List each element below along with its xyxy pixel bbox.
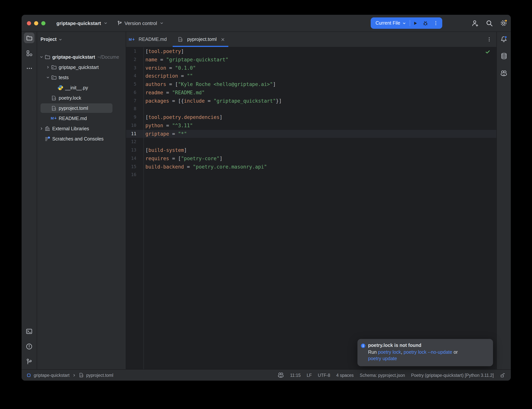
notifications-button[interactable] xyxy=(498,34,509,44)
folder-dot-icon xyxy=(51,74,57,81)
tree-item-poetry-lock[interactable]: [T]poetry.lock xyxy=(37,93,126,103)
line-text: description = "" xyxy=(144,72,193,81)
run-button[interactable] xyxy=(410,18,420,28)
line-number[interactable]: 12 xyxy=(126,138,144,146)
problems-icon xyxy=(26,343,33,350)
line-separator[interactable]: LF xyxy=(307,373,312,377)
terminal-tool-button[interactable] xyxy=(24,326,35,337)
left-tool-stripe xyxy=(22,32,37,369)
tree-item-griptape-quickstart[interactable]: griptape_quickstart xyxy=(37,62,126,72)
project-tool-button[interactable] xyxy=(24,33,35,43)
line-number[interactable]: 1 xyxy=(126,47,144,56)
json-schema[interactable]: Schema: pyproject.json xyxy=(360,373,405,377)
breadcrumb-project[interactable]: griptape-quickstart xyxy=(34,373,70,377)
structure-tool-button[interactable] xyxy=(24,48,35,58)
code-line-9[interactable]: 9[tool.poetry.dependencies] xyxy=(126,113,496,121)
zoom-window-button[interactable] xyxy=(41,21,46,25)
line-number[interactable]: 13 xyxy=(126,146,144,155)
poetry-update-link[interactable]: poetry update xyxy=(368,356,397,361)
code-line-15[interactable]: 15build-backend = "poetry.core.masonry.a… xyxy=(126,163,496,171)
more-actions-button[interactable] xyxy=(431,18,441,28)
tree-item-readme-md[interactable]: MREADME.md xyxy=(37,113,126,123)
chevron-down-icon[interactable] xyxy=(402,21,406,25)
tree-item-pyproject-toml[interactable]: [T]pyproject.toml xyxy=(37,103,126,113)
python-interpreter[interactable]: Poetry (griptape-quickstart) [Python 3.1… xyxy=(411,373,494,377)
indent-style[interactable]: 4 spaces xyxy=(336,373,354,377)
code-line-6[interactable]: 6readme = "README.md" xyxy=(126,89,496,97)
code-line-3[interactable]: 3version = "0.1.0" xyxy=(126,64,496,72)
code-line-12[interactable]: 12 xyxy=(126,138,496,146)
breadcrumb-file[interactable]: pyproject.toml xyxy=(86,373,113,377)
project-panel-header[interactable]: Project xyxy=(37,32,126,47)
inspections-check-icon[interactable] xyxy=(485,49,490,55)
tab-readme[interactable]: M README.md xyxy=(126,32,173,47)
line-number[interactable]: 11 xyxy=(126,130,144,138)
code-line-4[interactable]: 4description = "" xyxy=(126,72,496,81)
folder-dot-icon xyxy=(51,64,57,70)
title-bar-actions xyxy=(471,15,508,31)
tree-item-label: tests xyxy=(59,75,69,80)
tree-item-label: poetry.lock xyxy=(59,95,81,101)
database-button[interactable] xyxy=(498,51,509,61)
user-add-icon[interactable] xyxy=(471,19,479,27)
line-number[interactable]: 2 xyxy=(126,56,144,64)
code-line-13[interactable]: 13[build-system] xyxy=(126,146,496,155)
ai-assistant-button[interactable] xyxy=(498,68,509,78)
code-editor[interactable]: 1[tool.poetry]2name = "griptape-quicksta… xyxy=(126,47,496,369)
tree-item-external-libraries[interactable]: External Libraries xyxy=(37,123,126,134)
code-line-2[interactable]: 2name = "griptape-quickstart" xyxy=(126,56,496,64)
github-copilot-icon[interactable] xyxy=(277,372,284,378)
file-encoding[interactable]: UTF-8 xyxy=(318,373,330,377)
code-line-14[interactable]: 14requires = ["poetry-core"] xyxy=(126,155,496,163)
code-line-5[interactable]: 5authors = ["Kyle Roche <hello@griptape.… xyxy=(126,80,496,89)
code-line-7[interactable]: 7packages = [{include = "griptape_quicks… xyxy=(126,97,496,105)
window-controls xyxy=(22,21,46,25)
version-control-tool-button[interactable] xyxy=(24,356,35,367)
line-number[interactable]: 5 xyxy=(126,80,144,89)
line-number[interactable]: 4 xyxy=(126,72,144,81)
line-number[interactable]: 16 xyxy=(126,171,144,179)
vcs-widget[interactable]: Version control xyxy=(117,20,164,26)
close-tab-icon[interactable] xyxy=(221,37,225,41)
more-tool-windows-button[interactable] xyxy=(24,63,35,74)
code-line-11[interactable]: 11griptape = "*" xyxy=(126,130,496,138)
code-line-16[interactable]: 16 xyxy=(126,171,496,179)
line-number[interactable]: 15 xyxy=(126,163,144,171)
code-line-8[interactable]: 8 xyxy=(126,105,496,113)
problems-tool-button[interactable] xyxy=(24,341,35,352)
chevron-down-icon[interactable] xyxy=(39,54,44,60)
chevron-right-icon[interactable] xyxy=(45,64,51,70)
run-configuration-selector[interactable]: Current File xyxy=(376,20,400,26)
notification-text: , xyxy=(401,350,404,355)
line-text: build-backend = "poetry.core.masonry.api… xyxy=(144,163,267,171)
tree-item-scratches-and-consoles[interactable]: Scratches and Consoles xyxy=(37,134,126,144)
poetry-lock-link[interactable]: poetry lock xyxy=(378,350,401,355)
caret-position[interactable]: 11:15 xyxy=(290,373,301,377)
tree-item-griptape-quickstart[interactable]: griptape-quickstart~/Docume xyxy=(37,52,126,62)
tree-item--init-py[interactable]: __init__.py xyxy=(37,83,126,93)
line-number[interactable]: 9 xyxy=(126,113,144,121)
line-number[interactable]: 14 xyxy=(126,155,144,163)
line-number[interactable]: 7 xyxy=(126,97,144,105)
line-text: readme = "README.md" xyxy=(144,89,205,97)
line-number[interactable]: 6 xyxy=(126,89,144,97)
code-line-1[interactable]: 1[tool.poetry] xyxy=(126,47,496,56)
tab-pyproject[interactable]: [T] pyproject.toml xyxy=(173,32,229,47)
chevron-down-icon[interactable] xyxy=(45,74,51,80)
line-number[interactable]: 3 xyxy=(126,64,144,72)
tab-options-kebab-icon[interactable] xyxy=(486,37,492,42)
debug-button[interactable] xyxy=(420,18,431,28)
line-number[interactable]: 8 xyxy=(126,105,144,113)
unlock-icon[interactable] xyxy=(500,372,505,378)
project-switcher[interactable]: griptape-quickstart xyxy=(46,20,108,26)
settings-gear-icon[interactable] xyxy=(499,19,508,27)
close-window-button[interactable] xyxy=(27,21,31,25)
chevron-right-icon[interactable] xyxy=(39,126,44,131)
poetry-lock-no-update-link[interactable]: poetry lock --no-update xyxy=(404,350,452,355)
code-line-10[interactable]: 10python = "^3.11" xyxy=(126,121,496,130)
minimize-window-button[interactable] xyxy=(34,21,38,25)
status-widgets: 11:15 LF UTF-8 4 spaces Schema: pyprojec… xyxy=(277,372,505,378)
search-icon[interactable] xyxy=(485,19,493,27)
line-number[interactable]: 10 xyxy=(126,121,144,130)
tree-item-tests[interactable]: tests xyxy=(37,72,126,83)
